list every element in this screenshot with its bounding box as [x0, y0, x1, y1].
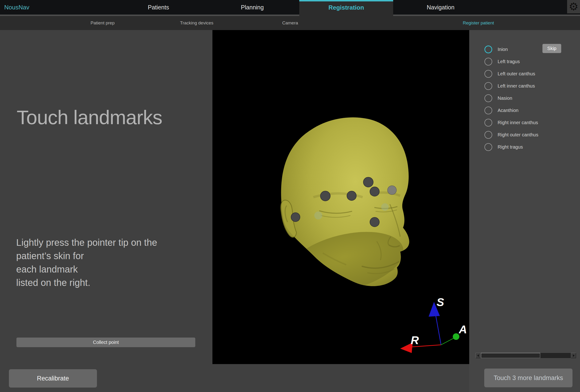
step-patient-prep[interactable]: Patient prep: [91, 16, 115, 30]
recalibrate-button[interactable]: Recalibrate: [9, 369, 97, 388]
landmark-row-nasion[interactable]: Nasion: [484, 94, 538, 102]
landmark-marker-collected: [291, 213, 300, 222]
tab-navigation[interactable]: Navigation: [394, 0, 487, 14]
tab-registration[interactable]: Registration: [299, 0, 393, 30]
landmark-row-acanthion[interactable]: Acanthion: [484, 107, 538, 114]
landmark-marker-collected: [363, 177, 373, 187]
gear-icon: ⚙: [567, 0, 580, 13]
scrollbar-handle[interactable]: [481, 353, 540, 358]
landmark-row-right-outer-canthus[interactable]: Right outer canthus: [484, 131, 538, 139]
app-logo: NousNav: [4, 0, 29, 14]
landmark-label: Left inner canthus: [498, 83, 535, 89]
orientation-axes: S A R: [400, 296, 467, 353]
landmark-row-left-inner-canthus[interactable]: Left inner canthus: [484, 82, 538, 90]
collect-point-button[interactable]: Collect point: [16, 338, 195, 347]
landmark-label: Right outer canthus: [498, 132, 538, 137]
touch-more-landmarks-button[interactable]: Touch 3 more landmarks: [484, 369, 573, 387]
settings-button[interactable]: ⚙: [567, 0, 580, 13]
landmark-marker-planned: [314, 212, 322, 220]
landmark-radio-acanthion: [484, 107, 492, 114]
axis-anterior-ball: [453, 333, 459, 340]
horizontal-scrollbar: [475, 353, 576, 358]
landmark-radio-left-outer-canthus: [484, 70, 492, 78]
landmark-radio-right-inner-canthus: [484, 119, 492, 127]
landmark-radio-left-tragus: [484, 58, 492, 65]
scroll-right-button[interactable]: [571, 353, 576, 358]
landmark-label: Inion: [498, 47, 508, 52]
3d-scene: S A R: [212, 30, 469, 364]
tab-planning[interactable]: Planning: [205, 0, 299, 14]
landmark-radio-right-tragus: [484, 143, 492, 151]
workflow-steps: Patient prepTracking devicesCameraCalibr…: [0, 16, 580, 30]
scroll-left-button[interactable]: [475, 353, 481, 358]
landmark-label: Nasion: [498, 96, 512, 101]
axis-label-right: R: [411, 334, 419, 347]
landmark-row-left-outer-canthus[interactable]: Left outer canthus: [484, 70, 538, 78]
step-camera[interactable]: Camera: [282, 16, 298, 30]
landmark-marker-planned: [381, 203, 389, 211]
landmark-marker-occluded: [388, 186, 397, 195]
landmark-row-right-inner-canthus[interactable]: Right inner canthus: [484, 119, 538, 127]
landmark-marker-collected: [347, 191, 356, 200]
page-title: Touch landmarks: [17, 106, 162, 129]
landmark-radio-nasion: [484, 94, 492, 102]
head-model: [280, 117, 410, 304]
landmark-radio-inion: [484, 45, 492, 53]
landmark-label: Right inner canthus: [498, 120, 538, 125]
landmark-radio-left-inner-canthus: [484, 82, 492, 90]
scrollbar-groove[interactable]: [540, 353, 571, 358]
landmark-label: Left tragus: [498, 59, 520, 64]
landmark-label: Right tragus: [498, 144, 523, 150]
landmark-label: Left outer canthus: [498, 71, 535, 77]
axis-label-superior: S: [436, 296, 444, 308]
skip-button[interactable]: Skip: [543, 44, 561, 53]
3d-view[interactable]: S A R: [212, 30, 469, 364]
landmark-list: InionLeft tragusLeft outer canthusLeft i…: [484, 45, 538, 151]
landmark-row-left-tragus[interactable]: Left tragus: [484, 58, 538, 65]
landmark-marker-collected: [370, 217, 379, 227]
instructions-text: Lightly press the pointer tip on the pat…: [16, 236, 204, 289]
landmark-row-inion[interactable]: Inion: [484, 45, 538, 53]
landmark-marker-collected: [320, 191, 330, 201]
axis-anterior-line: [441, 338, 454, 345]
step-register-patient[interactable]: Register patient: [463, 16, 494, 30]
step-tracking-devices[interactable]: Tracking devices: [180, 16, 213, 30]
landmark-radio-right-outer-canthus: [484, 131, 492, 139]
landmark-row-right-tragus[interactable]: Right tragus: [484, 143, 538, 151]
landmark-marker-collected: [370, 187, 379, 196]
landmark-label: Acanthion: [498, 108, 519, 113]
tab-patients[interactable]: Patients: [112, 0, 205, 14]
axis-label-anterior: A: [459, 323, 467, 336]
